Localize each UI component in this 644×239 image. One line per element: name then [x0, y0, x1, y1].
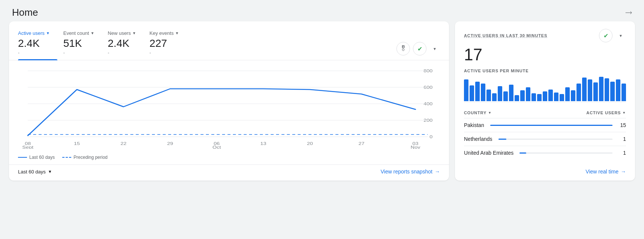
bar [515, 95, 519, 101]
chevron-down-icon: ▼ [433, 47, 437, 51]
page-header: Home ⤑ [0, 0, 644, 21]
chart-area: 800 600 400 200 0 08 Sept 15 [9, 60, 449, 153]
bar [475, 82, 480, 101]
view-reports-link[interactable]: View reports snapshot → [381, 169, 440, 175]
country-name: United Arab Emirates [464, 150, 513, 156]
chevron-down-icon: ▼ [175, 31, 179, 35]
legend-dashed-line [62, 157, 71, 158]
table-row: Pakistan 15 [464, 118, 626, 132]
right-card-header: ACTIVE USERS IN LAST 30 MINUTES ✔ ▼ [464, 29, 626, 42]
key-events-value: 227 [150, 37, 179, 49]
country-users-count: 1 [618, 150, 626, 156]
bar [486, 90, 491, 101]
dropdown-icon-button[interactable]: ▼ [615, 30, 626, 41]
country-users-count: 1 [618, 136, 626, 142]
chart-legend: Last 60 days Preceding period [9, 153, 449, 164]
bar [610, 82, 615, 101]
country-name: Pakistan [464, 122, 484, 128]
bar [571, 90, 575, 101]
dropdown-icon-button[interactable]: ▼ [429, 43, 440, 54]
legend-preceding-period: Preceding period [62, 155, 108, 160]
chevron-down-icon: ▼ [48, 169, 52, 174]
per-minute-bar-chart [464, 76, 626, 102]
bar [498, 86, 502, 101]
bar [565, 87, 570, 101]
chevron-down-icon: ▼ [90, 31, 94, 35]
tab-event-count[interactable]: Event count ▼ 51K - [63, 27, 102, 60]
svg-text:0: 0 [429, 134, 432, 139]
country-bar-fill [498, 139, 506, 140]
table-header-row: COUNTRY ▼ ACTIVE USERS ▼ [464, 108, 626, 118]
right-card-footer: View real time → [464, 164, 626, 175]
country-users-count: 15 [618, 122, 626, 128]
left-card: Active users ▼ 2.4K - Event count ▼ 51K … [9, 21, 449, 181]
chevron-down-icon: ▼ [619, 34, 623, 38]
bar [492, 93, 497, 101]
chevron-down-icon: ▼ [622, 111, 626, 115]
svg-text:15: 15 [74, 141, 80, 146]
active-users-value: 2.4K [18, 37, 50, 49]
bar [543, 91, 547, 101]
country-table: COUNTRY ▼ ACTIVE USERS ▼ Pakistan 15 Net… [464, 108, 626, 160]
country-header[interactable]: COUNTRY ▼ [464, 111, 492, 115]
metrics-tabs: Active users ▼ 2.4K - Event count ▼ 51K … [9, 21, 449, 60]
bar [520, 90, 525, 101]
bar [548, 90, 553, 101]
arrow-icon: → [621, 169, 626, 175]
main-content: Active users ▼ 2.4K - Event count ▼ 51K … [0, 21, 644, 187]
bar [593, 82, 598, 101]
date-range-button[interactable]: Last 60 days ▼ [18, 169, 52, 175]
bar [554, 93, 558, 101]
line-chart: 800 600 400 200 0 08 Sept 15 [18, 66, 440, 149]
event-count-label: Event count ▼ [63, 30, 95, 36]
chevron-down-icon: ▼ [488, 111, 492, 115]
legend-solid-line [18, 157, 27, 158]
bar [464, 79, 468, 101]
view-realtime-link[interactable]: View real time → [585, 169, 626, 175]
new-users-value: 2.4K [108, 37, 136, 49]
bar [599, 77, 603, 101]
bar [531, 93, 536, 101]
bar [588, 79, 592, 101]
bar [470, 85, 474, 101]
checkmark-icon-button[interactable]: ✔ [599, 29, 612, 42]
country-rows: Pakistan 15 Netherlands 1 United Arab Em… [464, 118, 626, 160]
bar [560, 94, 564, 101]
country-bar-fill [490, 125, 612, 126]
legend-last-60-days: Last 60 days [18, 155, 55, 160]
bar [526, 87, 530, 101]
tab-active-users[interactable]: Active users ▼ 2.4K - [18, 27, 57, 60]
country-name: Netherlands [464, 136, 492, 142]
bar [621, 84, 626, 101]
chevron-down-icon: ▼ [132, 31, 136, 35]
checkmark-icon-button[interactable]: ✔ [413, 42, 426, 55]
bar [605, 78, 609, 101]
bar [576, 84, 581, 101]
bar [616, 79, 620, 101]
active-users-label: Active users ▼ [18, 30, 50, 36]
svg-text:29: 29 [167, 141, 173, 146]
per-minute-title: ACTIVE USERS PER MINUTE [464, 69, 626, 73]
bar [481, 84, 485, 101]
bar [509, 85, 513, 101]
event-count-change: - [63, 50, 95, 55]
country-bar-container [490, 125, 612, 126]
badge-icon-button[interactable]: 🎖 [396, 42, 410, 55]
svg-text:27: 27 [359, 141, 365, 146]
svg-text:13: 13 [260, 141, 266, 146]
trending-icon[interactable]: ⤑ [625, 8, 632, 18]
new-users-label: New users ▼ [108, 30, 136, 36]
country-bar-fill [519, 152, 526, 154]
left-card-footer: Last 60 days ▼ View reports snapshot → [9, 164, 449, 181]
tab-key-events[interactable]: Key events ▼ 227 - [150, 27, 186, 60]
tab-new-users[interactable]: New users ▼ 2.4K - [108, 27, 143, 60]
event-count-value: 51K [63, 37, 95, 49]
right-card: ACTIVE USERS IN LAST 30 MINUTES ✔ ▼ 17 A… [455, 21, 635, 181]
new-users-change: - [108, 50, 136, 55]
svg-text:Nov: Nov [411, 145, 420, 149]
realtime-title: ACTIVE USERS IN LAST 30 MINUTES [464, 33, 547, 38]
country-bar-container [498, 139, 613, 140]
country-bar-container [519, 152, 612, 154]
bar [582, 78, 587, 101]
active-users-header[interactable]: ACTIVE USERS ▼ [586, 111, 626, 115]
